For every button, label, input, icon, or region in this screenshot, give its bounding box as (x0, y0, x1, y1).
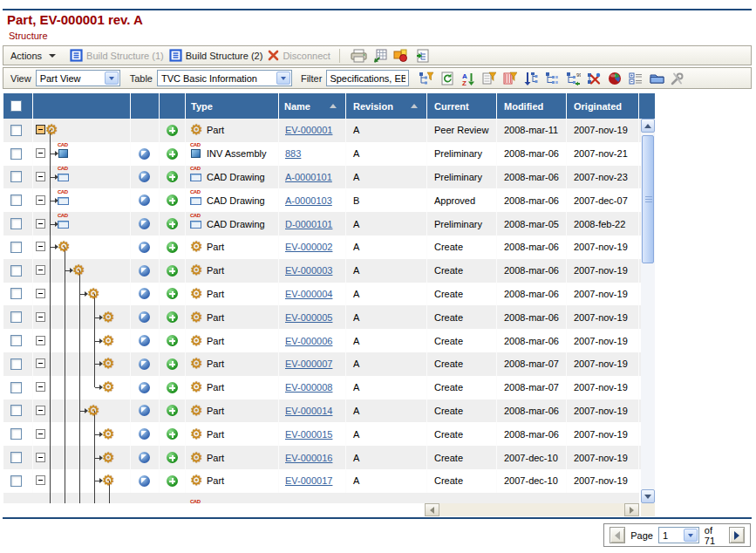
tree-expand-toggle[interactable] (36, 265, 45, 275)
header-revision[interactable]: Revision (346, 93, 427, 119)
3d-objects-icon[interactable] (391, 47, 412, 65)
printer-icon[interactable] (349, 47, 370, 65)
tree-expand-toggle[interactable] (36, 289, 45, 298)
expand-plus-icon[interactable] (167, 148, 178, 160)
row-checkbox[interactable] (10, 171, 22, 182)
expand-all-icon[interactable] (521, 70, 541, 87)
select-columns-icon[interactable] (625, 70, 646, 87)
page-select[interactable]: 1 (658, 527, 699, 543)
chevron-down-icon[interactable] (105, 72, 119, 85)
row-checkbox[interactable] (10, 335, 22, 346)
row-checkbox[interactable] (10, 195, 22, 206)
expand-tree-icon[interactable] (541, 70, 562, 87)
row-checkbox[interactable] (10, 288, 22, 299)
build-structure-2-button[interactable]: Build Structure (2) (169, 49, 263, 62)
row-checkbox[interactable] (10, 358, 22, 370)
build-structure-1-button[interactable]: Build Structure (1) (70, 49, 164, 62)
name-link[interactable]: D-0000101 (279, 219, 332, 229)
name-link[interactable]: EV-000004 (279, 289, 332, 299)
scroll-right-button[interactable] (624, 503, 639, 516)
navigate-icon[interactable] (139, 358, 150, 370)
folder-icon[interactable] (646, 70, 667, 87)
tree-expand-toggle[interactable] (36, 125, 45, 134)
sort-asc-icon[interactable] (411, 104, 418, 108)
name-link[interactable]: EV-000015 (279, 429, 332, 440)
view-select[interactable]: Part View (36, 70, 120, 86)
tree-expand-toggle[interactable] (36, 312, 45, 322)
expand-plus-icon[interactable] (167, 171, 178, 182)
tree-expand-toggle[interactable] (36, 406, 45, 415)
sort-asc-icon[interactable] (330, 104, 337, 108)
navigate-icon[interactable] (139, 288, 150, 299)
export-structure-icon[interactable] (412, 47, 432, 65)
name-link[interactable]: EV-000007 (279, 358, 332, 369)
row-checkbox[interactable] (10, 148, 22, 160)
expand-plus-icon[interactable] (167, 405, 178, 416)
scroll-left-button[interactable] (425, 503, 439, 516)
tree-expand-toggle[interactable] (36, 148, 45, 158)
header-name[interactable]: Name (279, 93, 346, 119)
navigate-icon[interactable] (139, 218, 150, 229)
chevron-down-icon[interactable] (684, 529, 698, 542)
name-link[interactable]: A-0000101 (279, 172, 332, 182)
tree-expand-toggle[interactable] (36, 195, 45, 205)
name-link[interactable]: EV-000002 (279, 242, 332, 252)
name-link[interactable]: EV-000001 (279, 125, 332, 135)
expand-plus-icon[interactable] (167, 475, 178, 487)
expand-plus-icon[interactable] (167, 218, 178, 229)
row-checkbox[interactable] (10, 265, 22, 276)
navigate-icon[interactable] (139, 452, 150, 463)
expand-plus-icon[interactable] (167, 195, 178, 206)
previous-page-button[interactable] (610, 527, 625, 543)
navigate-icon[interactable] (139, 311, 150, 323)
tree-expand-toggle[interactable] (36, 453, 45, 462)
name-link[interactable]: EV-000003 (279, 265, 332, 276)
filter-input[interactable] (326, 70, 409, 86)
navigate-icon[interactable] (139, 148, 150, 160)
expand-plus-icon[interactable] (167, 288, 178, 299)
row-checkbox[interactable] (10, 382, 22, 393)
expand-levels-icon[interactable]: 99 (562, 70, 583, 87)
clear-filter-icon[interactable] (500, 70, 521, 87)
tree-expand-toggle[interactable] (36, 219, 45, 229)
expand-plus-icon[interactable] (167, 125, 178, 136)
navigate-icon[interactable] (139, 475, 150, 487)
row-checkbox[interactable] (10, 125, 22, 136)
navigate-icon[interactable] (139, 242, 150, 253)
row-checkbox[interactable] (10, 218, 22, 229)
tree-expand-toggle[interactable] (36, 475, 45, 485)
name-link[interactable]: EV-000014 (279, 406, 332, 416)
expand-plus-icon[interactable] (167, 265, 178, 276)
navigate-icon[interactable] (139, 428, 150, 440)
vertical-scrollbar[interactable] (641, 119, 655, 503)
tools-icon[interactable] (667, 70, 688, 87)
expand-plus-icon[interactable] (167, 358, 178, 370)
expand-plus-icon[interactable] (167, 428, 178, 440)
navigate-icon[interactable] (139, 195, 150, 206)
navigate-icon[interactable] (139, 171, 150, 182)
expand-plus-icon[interactable] (167, 452, 178, 463)
row-checkbox[interactable] (10, 475, 22, 487)
header-originated[interactable]: Originated (567, 93, 639, 119)
actions-menu-button[interactable]: Actions (10, 51, 56, 61)
name-link[interactable]: A-0000103 (279, 195, 332, 206)
name-link[interactable]: 883 (279, 148, 301, 159)
disconnect-button[interactable]: Disconnect (268, 50, 330, 61)
expand-plus-icon[interactable] (167, 335, 178, 346)
expand-plus-icon[interactable] (167, 382, 178, 393)
tree-expand-toggle[interactable] (36, 242, 45, 251)
export-table-icon[interactable] (370, 47, 391, 65)
header-current[interactable]: Current (427, 93, 497, 119)
refresh-icon[interactable] (437, 70, 458, 87)
scroll-up-button[interactable] (641, 119, 655, 133)
name-link[interactable]: EV-000006 (279, 336, 332, 346)
sort-az-icon[interactable]: AZ (458, 70, 479, 87)
row-checkbox[interactable] (10, 242, 22, 253)
navigate-icon[interactable] (139, 335, 150, 346)
tree-expand-toggle[interactable] (36, 429, 45, 439)
tree-expand-toggle[interactable] (36, 172, 45, 181)
row-checkbox[interactable] (10, 405, 22, 416)
tree-expand-toggle[interactable] (36, 358, 45, 368)
navigate-icon[interactable] (139, 405, 150, 416)
header-type[interactable]: Type (186, 93, 279, 119)
